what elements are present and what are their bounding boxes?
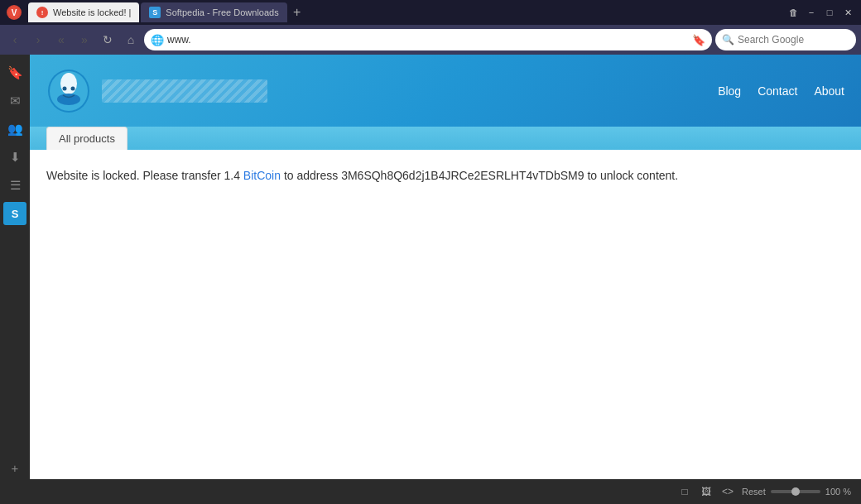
site-title-blurred: [102, 79, 267, 103]
title-bar: V ! Website is locked! | S Softpedia - F…: [0, 0, 861, 25]
vivaldi-logo: V: [7, 5, 22, 20]
new-tab-button[interactable]: +: [289, 4, 305, 21]
message-suffix: to address 3M6SQh8Q6d2j1B4JRCe2ESRLHT4vT…: [281, 169, 678, 182]
zoom-thumb[interactable]: [791, 487, 800, 496]
reset-label[interactable]: Reset: [742, 487, 766, 497]
content-area: Blog Contact About All products Website …: [30, 55, 861, 479]
add-panel-icon[interactable]: +: [3, 456, 26, 479]
image-icon[interactable]: 🖼: [699, 484, 714, 499]
minimize-button[interactable]: −: [805, 6, 818, 19]
softpedia-panel-icon[interactable]: S: [3, 202, 26, 225]
tab-favicon-2: S: [149, 7, 161, 18]
nav-blog[interactable]: Blog: [718, 84, 741, 98]
search-icon: 🔍: [722, 34, 734, 46]
mail-icon[interactable]: ✉: [3, 89, 26, 113]
notes-icon[interactable]: ☰: [3, 174, 26, 197]
tab-label-1: Website is locked! |: [53, 7, 131, 17]
tab-inactive[interactable]: S Softpedia - Free Downloads: [141, 2, 286, 22]
svg-point-3: [57, 94, 80, 105]
contacts-icon[interactable]: 👥: [3, 118, 26, 141]
status-bar: □ 🖼 <> Reset 100 %: [0, 479, 861, 504]
svg-point-2: [60, 73, 77, 94]
site-logo-area: [46, 68, 267, 113]
page-content: Website is locked. Please transfer 1.4 B…: [30, 150, 861, 479]
rewind-button[interactable]: «: [51, 30, 71, 50]
tab-favicon-1: !: [36, 7, 48, 18]
address-bar[interactable]: 🌐 🔖: [144, 29, 712, 50]
bookmark-icon[interactable]: 🔖: [692, 34, 705, 46]
tabs-area: ! Website is locked! | S Softpedia - Fre…: [28, 2, 305, 22]
tab-label-2: Softpedia - Free Downloads: [166, 7, 278, 17]
tab-active[interactable]: ! Website is locked! |: [28, 2, 139, 22]
close-button[interactable]: ✕: [841, 6, 854, 19]
zoom-area: Reset 100 %: [742, 487, 851, 497]
main-layout: 🔖 ✉ 👥 ⬇ ☰ S +: [0, 55, 861, 479]
all-products-tab[interactable]: All products: [46, 127, 127, 150]
svg-point-4: [63, 87, 67, 91]
nav-contact[interactable]: Contact: [758, 84, 797, 98]
downloads-icon[interactable]: ⬇: [3, 146, 26, 169]
bitcoin-link[interactable]: BitCoin: [243, 169, 281, 182]
code-icon[interactable]: <>: [720, 484, 735, 499]
svg-point-5: [71, 87, 75, 91]
home-button[interactable]: ⌂: [121, 30, 141, 50]
bookmarks-icon[interactable]: 🔖: [3, 61, 26, 84]
ransomware-message: Website is locked. Please transfer 1.4 B…: [46, 166, 844, 185]
site-header: Blog Contact About: [30, 55, 861, 127]
zoom-slider[interactable]: [771, 490, 820, 493]
zoom-level: 100 %: [825, 487, 851, 497]
refresh-button[interactable]: ↻: [98, 30, 118, 50]
window-controls: 🗑 − □ ✕: [786, 6, 854, 19]
address-input[interactable]: [167, 34, 689, 46]
globe-icon: 🌐: [151, 34, 164, 46]
site-nav: Blog Contact About: [718, 84, 844, 98]
back-button[interactable]: ‹: [5, 30, 25, 50]
nav-about[interactable]: About: [814, 84, 844, 98]
site-logo: [46, 68, 92, 113]
message-prefix: Website is locked. Please transfer 1.4: [46, 169, 243, 182]
nav-bar: ‹ › « » ↻ ⌂ 🌐 🔖 🔍: [0, 25, 861, 55]
title-bar-left: V ! Website is locked! | S Softpedia - F…: [7, 2, 305, 22]
search-input[interactable]: [738, 34, 861, 46]
search-bar[interactable]: 🔍: [715, 29, 856, 50]
sidebar: 🔖 ✉ 👥 ⬇ ☰ S +: [0, 55, 30, 479]
fast-forward-button[interactable]: »: [75, 30, 94, 50]
site-tab-bar: All products: [30, 127, 861, 150]
restore-button[interactable]: □: [823, 6, 836, 19]
trash-button[interactable]: 🗑: [786, 6, 800, 19]
forward-button[interactable]: ›: [28, 30, 48, 50]
page-view-icon[interactable]: □: [677, 484, 692, 499]
